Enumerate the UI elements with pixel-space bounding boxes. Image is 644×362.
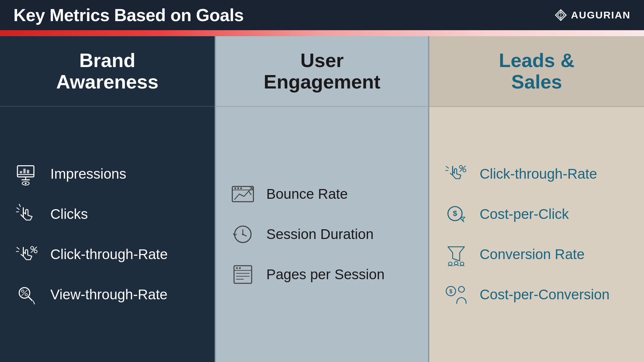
svg-line-25 — [33, 301, 35, 304]
svg-point-38 — [236, 267, 238, 269]
vtr-label: View-through-Rate — [50, 287, 167, 302]
metric-ctr-leads: Click-through-Rate — [443, 161, 631, 187]
metric-pages-per-session: Pages per Session — [229, 261, 415, 288]
conversion-rate-icon — [443, 241, 470, 268]
svg-point-35 — [242, 234, 244, 235]
metric-vtr: View-through-Rate — [13, 281, 201, 308]
svg-line-12 — [17, 208, 19, 209]
svg-point-55 — [459, 287, 465, 293]
column-user-engagement: User Engagement — [215, 36, 429, 362]
clicks-icon — [13, 201, 40, 228]
ctr-leads-label: Click-through-Rate — [480, 166, 597, 182]
bounce-rate-label: Bounce Rate — [266, 186, 348, 202]
ctr-label: Click-through-Rate — [50, 247, 168, 262]
column-leads-sales: Leads & Sales — [429, 36, 644, 362]
main-grid: Brand Awareness — [0, 36, 644, 362]
svg-line-18 — [17, 247, 19, 249]
svg-point-28 — [234, 187, 236, 189]
svg-line-24 — [21, 290, 28, 296]
metric-cost-per-click: $ Cost-per-Click — [443, 201, 631, 228]
impressions-label: Impressions — [50, 166, 126, 182]
metric-ctr: Click-through-Rate — [13, 241, 201, 268]
clicks-label: Clicks — [50, 206, 88, 222]
header: Key Metrics Based on Goals AUGURIAN — [0, 0, 644, 30]
bounce-rate-icon — [229, 181, 256, 207]
svg-point-11 — [25, 183, 26, 184]
user-engagement-header: User Engagement — [216, 36, 428, 107]
impressions-icon — [13, 161, 40, 187]
ctr-leads-icon — [443, 161, 470, 187]
cost-per-conversion-icon: $ — [443, 281, 470, 308]
metric-session-duration: Session Duration — [229, 221, 415, 248]
svg-line-46 — [446, 167, 448, 168]
leads-sales-content: Click-through-Rate $ Cost-per-Click — [429, 107, 644, 362]
leads-sales-title: Leads & Sales — [439, 50, 634, 93]
svg-rect-8 — [23, 169, 26, 174]
metric-impressions: Impressions — [13, 161, 201, 187]
logo-icon — [555, 9, 567, 21]
svg-line-31 — [249, 188, 253, 191]
brand-awareness-title: Brand Awareness — [10, 50, 205, 93]
svg-point-39 — [239, 267, 241, 269]
ctr-icon — [13, 241, 40, 268]
conversion-rate-label: Conversion Rate — [480, 247, 585, 262]
brand-awareness-content: Impressions Clicks — [0, 107, 215, 362]
pages-per-session-icon — [229, 261, 256, 288]
metric-clicks: Clicks — [13, 201, 201, 228]
svg-text:$: $ — [449, 289, 452, 294]
metric-bounce-rate: Bounce Rate — [229, 181, 415, 207]
cost-per-conversion-label: Cost-per-Conversion — [480, 287, 609, 302]
logo-area: AUGURIAN — [555, 9, 631, 21]
svg-point-15 — [31, 247, 34, 250]
svg-text:$: $ — [453, 209, 457, 218]
svg-point-16 — [34, 250, 37, 253]
pages-per-session-label: Pages per Session — [266, 267, 385, 282]
user-engagement-title: User Engagement — [226, 50, 418, 93]
metric-conversion-rate: Conversion Rate — [443, 241, 631, 268]
brand-awareness-header: Brand Awareness — [0, 36, 215, 107]
svg-rect-7 — [20, 171, 22, 174]
page-title: Key Metrics Based on Goals — [13, 5, 244, 25]
vtr-icon — [13, 281, 40, 308]
svg-point-22 — [21, 290, 24, 292]
svg-line-14 — [19, 204, 20, 207]
session-duration-label: Session Duration — [266, 227, 374, 242]
accent-bar — [0, 30, 644, 36]
svg-point-44 — [463, 169, 466, 172]
svg-point-43 — [460, 166, 463, 169]
metric-cost-per-conversion: $ Cost-per-Conversion — [443, 281, 631, 308]
leads-sales-header: Leads & Sales — [429, 36, 644, 107]
logo-text: AUGURIAN — [571, 9, 631, 21]
cost-per-click-icon: $ — [443, 201, 470, 228]
svg-rect-9 — [27, 170, 29, 174]
svg-point-30 — [240, 187, 242, 189]
cost-per-click-label: Cost-per-Click — [480, 206, 569, 222]
column-brand-awareness: Brand Awareness — [0, 36, 215, 362]
session-duration-icon — [229, 221, 256, 248]
svg-point-23 — [25, 294, 28, 296]
user-engagement-content: Bounce Rate Se — [216, 107, 428, 362]
svg-point-29 — [237, 187, 239, 189]
svg-line-21 — [28, 297, 32, 300]
